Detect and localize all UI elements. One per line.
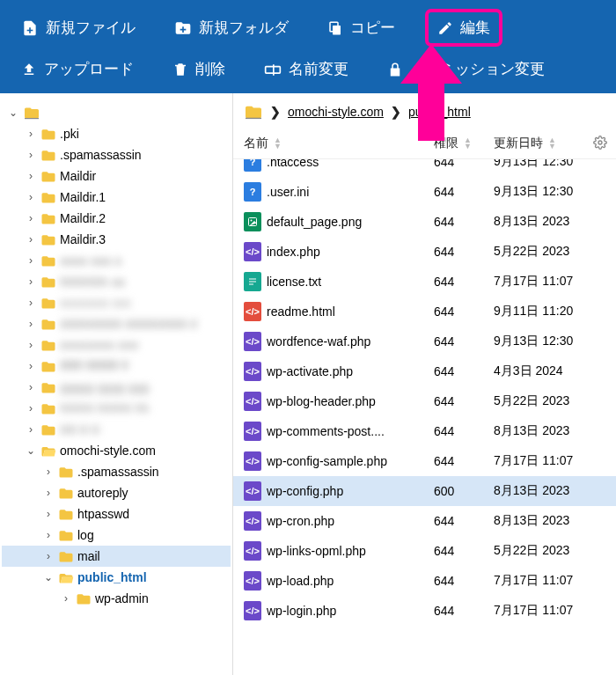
tree-toggle-icon[interactable]: ⌄ (7, 106, 19, 119)
tree-item[interactable]: ›ddddddddd ddddddddd d (2, 313, 231, 334)
tree-toggle-icon[interactable]: ⌄ (25, 444, 37, 457)
tree-toggle-icon[interactable]: › (42, 466, 55, 478)
rename-button[interactable]: 名前変更 (255, 54, 357, 84)
file-list: ?.htaccess6449月13日 12:30?.user.ini6449月1… (233, 159, 616, 675)
file-row[interactable]: license.txt6447月17日 11:07 (233, 267, 616, 297)
tree-item[interactable]: ›Maildir.1 (2, 187, 231, 208)
delete-button[interactable]: 削除 (164, 54, 234, 84)
file-type-icon: </> (244, 362, 267, 381)
header-name[interactable]: 名前▲▼ (244, 136, 434, 151)
tree-item[interactable]: ›eeeeeeee eee (2, 334, 231, 356)
file-row[interactable]: </>wp-comments-post....6448月13日 2023 (233, 416, 616, 446)
file-permission: 644 (434, 364, 494, 378)
header-permission[interactable]: 権限▲▼ (434, 136, 494, 151)
file-row[interactable]: </>index.php6445月22日 2023 (233, 237, 616, 267)
folder-icon (40, 149, 56, 162)
file-name: readme.html (267, 304, 434, 319)
file-row[interactable]: </>wp-blog-header.php6445月22日 2023 (233, 386, 616, 416)
copy-icon (327, 20, 343, 36)
main-area: ⌄›.pki›.spamassassin›Maildir›Maildir.1›M… (0, 93, 616, 675)
tree-toggle-icon[interactable]: › (25, 318, 37, 330)
header-date[interactable]: 更新日時▲▼ (494, 136, 605, 151)
folder-icon (23, 106, 40, 120)
tree-item[interactable]: ›ggggg gggg ggg (2, 377, 231, 398)
tree-item[interactable]: ›.spamassassin (2, 461, 231, 482)
column-settings-icon[interactable] (593, 136, 607, 152)
tree-item[interactable]: ›.pki (2, 123, 231, 144)
tree-toggle-icon[interactable]: › (25, 339, 37, 351)
tree-item[interactable]: ›mail (2, 546, 231, 567)
tree-toggle-icon[interactable]: › (25, 149, 37, 161)
file-date: 8月13日 2023 (494, 483, 605, 499)
file-row[interactable]: ?.htaccess6449月13日 12:30 (233, 159, 616, 177)
tree-toggle-icon[interactable]: › (25, 128, 37, 140)
tree-item[interactable]: ⌄omochi-style.com (2, 440, 231, 461)
tree-toggle-icon[interactable]: › (25, 275, 37, 288)
tree-item[interactable]: ›aaaa aaa a (2, 250, 231, 271)
tree-item[interactable]: ›.spamassassin (2, 144, 231, 165)
tree-toggle-icon[interactable]: › (42, 529, 55, 541)
tree-item[interactable]: ›cccccccc ccc (2, 292, 231, 313)
tree-item[interactable]: ›Maildir.2 (2, 208, 231, 229)
tree-item[interactable]: ›fffffff ffffffffff ff (2, 356, 231, 377)
file-row[interactable]: </>wp-login.php6447月17日 11:07 (233, 596, 616, 626)
home-icon[interactable] (244, 104, 263, 120)
tree-toggle-icon[interactable]: › (25, 254, 37, 267)
breadcrumb-folder[interactable]: public_html (408, 105, 471, 119)
tree-toggle-icon[interactable]: › (25, 381, 37, 393)
file-row[interactable]: </>wp-links-opml.php6445月22日 2023 (233, 536, 616, 566)
tree-item[interactable]: ›autoreply (2, 482, 231, 503)
tree-item[interactable]: ⌄ (2, 102, 231, 123)
tree-item-label: bbbbbbb aa (60, 275, 125, 289)
file-plus-icon (21, 19, 39, 37)
tree-item[interactable]: ›iiiiii iii iii (2, 419, 231, 440)
tree-item[interactable]: ›bbbbbbb aa (2, 271, 231, 292)
tree-toggle-icon[interactable]: › (25, 170, 37, 182)
copy-label: コピー (350, 18, 395, 38)
tree-toggle-icon[interactable]: › (42, 487, 55, 499)
tree-toggle-icon[interactable]: ⌄ (42, 571, 55, 583)
tree-item[interactable]: ›log (2, 525, 231, 546)
file-row[interactable]: ?.user.ini6449月13日 12:30 (233, 177, 616, 207)
tree-toggle-icon[interactable]: › (60, 592, 72, 605)
file-row[interactable]: </>wp-config-sample.php6447月17日 11:07 (233, 446, 616, 476)
tree-item[interactable]: ›Maildir (2, 165, 231, 187)
tree-item[interactable]: ›wp-admin (2, 588, 231, 609)
tree-toggle-icon[interactable]: › (25, 191, 37, 203)
file-date: 7月17日 11:07 (494, 603, 605, 619)
tree-toggle-icon[interactable]: › (25, 360, 37, 372)
copy-button[interactable]: コピー (319, 12, 404, 43)
file-date: 5月22日 2023 (494, 543, 605, 559)
tree-toggle-icon[interactable]: › (25, 423, 37, 436)
tree-toggle-icon[interactable]: › (42, 550, 55, 562)
tree-item[interactable]: ›Maildir.3 (2, 229, 231, 250)
file-row[interactable]: </>wp-activate.php6444月3日 2024 (233, 356, 616, 386)
tree-toggle-icon[interactable]: › (25, 212, 37, 224)
upload-button[interactable]: アップロード (12, 54, 143, 84)
file-type-icon: ? (244, 182, 267, 202)
file-row[interactable]: </>wp-load.php6447月17日 11:07 (233, 566, 616, 596)
file-row[interactable]: default_page.png6448月13日 2023 (233, 207, 616, 237)
file-date: 9月11日 11:20 (494, 304, 605, 319)
file-permission: 644 (434, 424, 494, 438)
file-row[interactable]: </>wp-cron.php6448月13日 2023 (233, 506, 616, 536)
edit-button[interactable]: 編集 (425, 9, 502, 47)
permission-button[interactable]: パーミッション変更 (378, 54, 554, 84)
tree-toggle-icon[interactable]: › (25, 297, 37, 309)
breadcrumb-domain[interactable]: omochi-style.com (288, 105, 384, 119)
file-row[interactable]: </>readme.html6449月11日 11:20 (233, 297, 616, 326)
tree-toggle-icon[interactable]: › (42, 508, 55, 520)
tree-toggle-icon[interactable]: › (25, 402, 37, 415)
file-name: index.php (267, 245, 434, 259)
tree-item[interactable]: ›htpasswd (2, 503, 231, 525)
tree-toggle-icon[interactable]: › (25, 233, 37, 246)
file-row[interactable]: </>wordfence-waf.php6449月13日 12:30 (233, 326, 616, 356)
new-file-button[interactable]: 新規ファイル (12, 12, 144, 43)
file-permission: 644 (434, 604, 494, 618)
file-row[interactable]: </>wp-config.php6008月13日 2023 (233, 476, 616, 506)
file-name: .htaccess (267, 159, 434, 169)
tree-item[interactable]: ›hhhhh hhhhh hh (2, 398, 231, 419)
tree-item-label: Maildir.2 (60, 211, 106, 225)
new-folder-button[interactable]: 新規フォルダ (165, 12, 297, 43)
tree-item[interactable]: ⌄public_html (2, 567, 231, 588)
